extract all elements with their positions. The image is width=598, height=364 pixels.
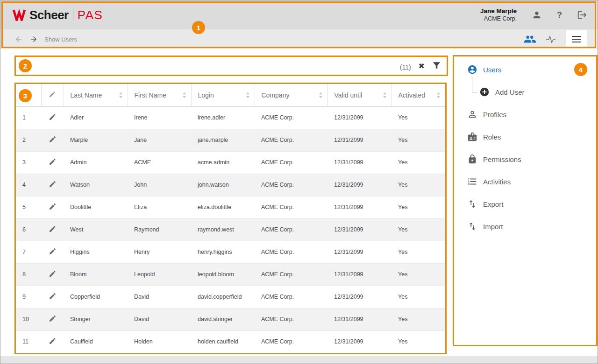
badge-icon [467,132,477,142]
table-row: 1 Adler Irene irene.adler ACME Corp. 12/… [16,106,445,129]
arrow-forward-icon [29,35,38,43]
header-activated[interactable]: Activated [392,84,445,106]
edit-user-button[interactable] [49,158,57,167]
row-number: 3 [16,151,41,174]
row-number: 11 [16,330,41,353]
edit-user-button[interactable] [49,315,57,324]
pencil-icon [49,337,57,345]
row-number: 7 [16,241,41,263]
edit-user-button[interactable] [49,337,57,346]
filter-button[interactable] [432,62,441,70]
cell-valid-until: 12/31/2099 [327,308,392,330]
cell-activated: Yes [392,241,445,263]
footer-strip [0,356,598,364]
cell-activated: Yes [392,151,445,174]
pencil-icon [49,203,57,210]
hamburger-icon [572,36,581,37]
cell-activated: Yes [392,330,445,353]
cell-activated: Yes [392,308,445,330]
cell-login: jane.marple [191,129,255,151]
logout-button[interactable] [577,10,587,20]
cell-activated: Yes [392,196,445,218]
cell-login: henry.higgins [191,241,255,263]
clear-filter-button[interactable]: ✖ [419,62,425,70]
header-first-name[interactable]: First Name [128,84,191,106]
up-down-arrows-icon [467,199,477,209]
table-row: 9 Copperfield David david.copperfield AC… [16,286,445,308]
sort-icon [436,92,441,98]
cell-company: ACME Corp. [255,129,327,151]
sidebar-menu: Users Add User Profiles Roles Permissio [453,55,598,346]
header-login[interactable]: Login [191,84,255,106]
table-row: 4 Watson John john.watson ACME Corp. 12/… [16,174,445,196]
pencil-icon [49,315,57,322]
table-row: 8 Bloom Leopold leopold.bloom ACME Corp.… [16,263,445,286]
table-row: 7 Higgins Henry henry.higgins ACME Corp.… [16,241,445,263]
header-valid-until[interactable]: Valid until [327,84,392,106]
sidebar-item-import[interactable]: Import [454,215,596,238]
pulse-icon [545,35,556,43]
cell-first-name: Holden [128,330,191,353]
cell-last-name: Stringer [64,308,128,330]
sidebar-item-profiles[interactable]: Profiles [454,103,596,126]
filter-bar: (11) ✖ [14,56,448,76]
header-row-number [16,84,41,106]
edit-user-button[interactable] [49,247,57,257]
filter-input[interactable] [23,62,394,73]
cell-valid-until: 12/31/2099 [327,218,392,241]
header-last-name[interactable]: Last Name [64,84,128,106]
cell-login: raymond.west [191,218,255,241]
cell-first-name: Eliza [128,196,191,218]
nav-forward-button[interactable] [29,35,38,43]
add-circle-icon [479,87,490,97]
pencil-icon [49,158,57,166]
cell-company: ACME Corp. [255,174,327,196]
pencil-icon [49,270,57,278]
pencil-icon [49,225,57,233]
account-button[interactable] [532,10,542,20]
help-button[interactable]: ? [557,10,562,20]
sort-icon [246,92,250,98]
row-number: 4 [16,174,41,196]
user-management-button[interactable] [524,34,536,44]
brand-name: Scheer [29,8,69,22]
sidebar-item-export[interactable]: Export [454,193,596,215]
cell-company: ACME Corp. [255,106,327,129]
table-row: 5 Doolittle Eliza eliza.doolittle ACME C… [16,196,445,218]
edit-user-button[interactable] [49,135,57,145]
cell-activated: Yes [392,129,445,151]
activity-monitor-button[interactable] [545,35,556,43]
cell-company: ACME Corp. [255,263,327,286]
sidebar-item-activities[interactable]: Activities [454,170,596,193]
user-circle-icon [467,64,477,75]
sort-icon [383,92,387,98]
current-user-info: Jane Marple ACME Corp. [480,7,517,23]
cell-last-name: Bloom [64,263,128,286]
sidebar-item-roles[interactable]: Roles [454,126,596,148]
cell-valid-until: 12/31/2099 [327,241,392,263]
row-number: 2 [16,129,41,151]
cell-company: ACME Corp. [255,330,327,353]
header-company[interactable]: Company [255,84,327,106]
sort-icon [319,92,323,98]
menu-button[interactable] [566,30,587,48]
pencil-icon [49,91,56,98]
edit-user-button[interactable] [49,203,57,212]
edit-user-button[interactable] [49,180,57,189]
cell-login: acme.admin [191,151,255,174]
cell-last-name: Copperfield [64,286,128,308]
scheer-logo-icon [13,9,26,21]
cell-activated: Yes [392,286,445,308]
cell-first-name: Raymond [128,218,191,241]
cell-last-name: Admin [64,151,128,174]
edit-user-button[interactable] [49,270,57,279]
cell-last-name: Higgins [64,241,128,263]
nav-back-button[interactable] [14,35,23,43]
cell-valid-until: 12/31/2099 [327,151,392,174]
edit-user-button[interactable] [49,113,57,122]
header-edit-column [41,84,64,106]
edit-user-button[interactable] [49,225,57,234]
cell-valid-until: 12/31/2099 [327,286,392,308]
sidebar-item-permissions[interactable]: Permissions [454,148,596,170]
edit-user-button[interactable] [49,292,57,301]
